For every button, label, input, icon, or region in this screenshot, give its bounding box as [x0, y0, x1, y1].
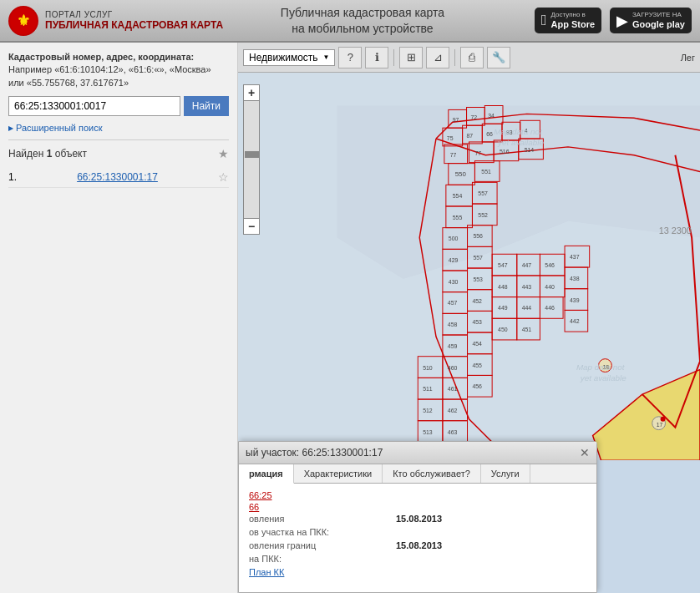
popup-title: ый участок: 66:25:1330001:17 — [246, 447, 383, 459]
tab-characteristics[interactable]: Характеристики — [294, 464, 383, 483]
svg-text:449: 449 — [498, 305, 508, 311]
measure-btn[interactable]: ⊿ — [426, 47, 449, 68]
svg-text:462: 462 — [448, 408, 458, 413]
legend-toggle[interactable]: Лег — [681, 53, 695, 63]
svg-text:430: 430 — [449, 279, 459, 285]
svg-text:13 2300: 13 2300 — [659, 226, 692, 236]
svg-text:442: 442 — [570, 318, 580, 324]
search-button[interactable]: Найти — [184, 96, 229, 116]
popup-plan-link[interactable]: План КК — [249, 567, 284, 577]
svg-text:510: 510 — [423, 365, 433, 371]
map-area[interactable]: Недвижимость ? ℹ ⊞ ⊿ ⎙ 🔧 Лег + − Map dat… — [238, 43, 700, 593]
settings-btn[interactable]: 🔧 — [487, 47, 510, 68]
zoom-slider-handle[interactable] — [245, 151, 260, 158]
popup-row4-label: на ПКК: — [249, 554, 391, 564]
popup-tabs: рмация Характеристики Кто обслуживает? У… — [239, 464, 596, 484]
tab-services[interactable]: Услуги — [481, 464, 530, 483]
info-popup: ый участок: 66:25:1330001:17 ✕ рмация Ха… — [238, 441, 597, 593]
layers-btn[interactable]: ⊞ — [399, 47, 423, 68]
svg-text:Map data not: Map data not — [494, 127, 543, 136]
svg-text:500: 500 — [449, 236, 459, 241]
svg-text:453: 453 — [472, 319, 482, 325]
tab-who-serves[interactable]: Кто обслуживает? — [383, 464, 481, 483]
svg-text:77: 77 — [450, 152, 457, 158]
svg-text:546: 546 — [545, 262, 555, 268]
center-line2: на мобильном устройстве — [242, 21, 483, 36]
svg-text:555: 555 — [453, 215, 463, 220]
svg-text:439: 439 — [570, 297, 580, 303]
zoom-in-btn[interactable]: + — [243, 84, 260, 101]
apple-icon:  — [541, 12, 547, 29]
map-toolbar: Недвижимость ? ℹ ⊞ ⊿ ⎙ 🔧 Лег — [238, 43, 700, 73]
svg-text:Map data not: Map data not — [576, 362, 626, 372]
googleplay-badge[interactable]: ▶ ЗАГРУЗИТЕ НА Google play — [610, 8, 692, 33]
result-number: 1. — [8, 171, 17, 183]
svg-text:429: 429 — [449, 257, 459, 263]
svg-text:443: 443 — [522, 284, 532, 290]
header-center: Публичная кадастровая карта на мобильном… — [242, 5, 483, 35]
popup-close-btn[interactable]: ✕ — [580, 446, 590, 459]
svg-text:75: 75 — [447, 135, 454, 141]
svg-point-122 — [661, 417, 666, 422]
svg-text:516: 516 — [500, 149, 510, 155]
popup-title-bar: ый участок: 66:25:1330001:17 ✕ — [239, 442, 596, 464]
print-btn[interactable]: ⎙ — [460, 47, 484, 68]
svg-text:511: 511 — [423, 386, 433, 392]
result-bookmark-icon[interactable]: ☆ — [218, 170, 229, 184]
header: ⚜ ПОРТАЛ УСЛУГ ПУБЛИЧНАЯ КАДАСТРОВАЯ КАР… — [0, 0, 700, 43]
svg-text:77: 77 — [474, 150, 481, 156]
svg-text:512: 512 — [423, 408, 433, 413]
svg-text:66: 66 — [486, 131, 493, 137]
svg-text:446: 446 — [545, 305, 555, 311]
popup-row1: овления 15.08.2013 — [249, 514, 586, 524]
svg-text:72: 72 — [470, 114, 477, 120]
identify-btn[interactable]: ? — [338, 47, 362, 68]
popup-row2-label: ов участка на ПКК: — [249, 527, 391, 537]
popup-code1[interactable]: 66:25 — [249, 490, 586, 500]
popup-code2[interactable]: 66 — [249, 502, 586, 512]
svg-text:444: 444 — [522, 305, 532, 311]
map-svg: 97 72 34 75 87 66 93 4 514 516 77 77 — [238, 73, 700, 460]
svg-text:yet available: yet available — [497, 138, 544, 147]
svg-text:440: 440 — [545, 284, 555, 290]
svg-text:452: 452 — [472, 298, 482, 304]
svg-text:554: 554 — [453, 193, 463, 199]
bookmark-icon[interactable]: ★ — [218, 147, 229, 160]
svg-text:557: 557 — [478, 190, 488, 196]
svg-text:438: 438 — [570, 276, 580, 281]
layer-dropdown[interactable]: Недвижимость — [243, 49, 335, 66]
svg-text:459: 459 — [448, 343, 458, 349]
result-item: 1. 66:25:1330001:17 ☆ — [8, 167, 229, 188]
logo-text: ПОРТАЛ УСЛУГ ПУБЛИЧНАЯ КАДАСТРОВАЯ КАРТА — [45, 10, 223, 31]
search-input[interactable] — [8, 96, 180, 116]
portal-title-label: ПУБЛИЧНАЯ КАДАСТРОВАЯ КАРТА — [45, 19, 223, 31]
appstore-badge[interactable]:  Доступно в App Store — [535, 8, 601, 33]
result-link[interactable]: 66:25:1330001:17 — [77, 171, 158, 183]
found-text: Найден 1 объект — [8, 148, 87, 160]
svg-text:87: 87 — [467, 133, 474, 139]
zoom-out-btn[interactable]: − — [243, 218, 260, 235]
advanced-search-link[interactable]: Расширенный поиск — [8, 123, 229, 133]
toolbar-sep2 — [454, 49, 455, 66]
popup-row3: овления границ 15.08.2013 — [249, 540, 586, 550]
svg-text:454: 454 — [472, 341, 482, 347]
svg-text:553: 553 — [473, 276, 483, 282]
sidebar: Кадастровый номер, адрес, координата: На… — [0, 43, 238, 593]
info-btn[interactable]: ℹ — [365, 47, 388, 68]
tab-info[interactable]: рмация — [239, 464, 294, 484]
svg-text:556: 556 — [473, 233, 483, 239]
appstore-small: Доступно в — [550, 11, 595, 19]
popup-row1-label: овления — [249, 514, 391, 524]
svg-text:97: 97 — [453, 117, 459, 123]
popup-row4: на ПКК: — [249, 554, 586, 564]
results-header: Найден 1 объект ★ — [8, 139, 229, 160]
svg-text:448: 448 — [498, 284, 508, 290]
zoom-slider[interactable] — [243, 101, 260, 218]
googleplay-big: Google play — [632, 19, 685, 30]
logo: ⚜ ПОРТАЛ УСЛУГ ПУБЛИЧНАЯ КАДАСТРОВАЯ КАР… — [8, 6, 242, 36]
zoom-controls: + − — [243, 84, 260, 235]
svg-text:447: 447 — [522, 262, 532, 268]
svg-text:457: 457 — [448, 300, 458, 306]
layer-label: Недвижимость — [249, 52, 318, 63]
svg-text:513: 513 — [423, 429, 433, 435]
